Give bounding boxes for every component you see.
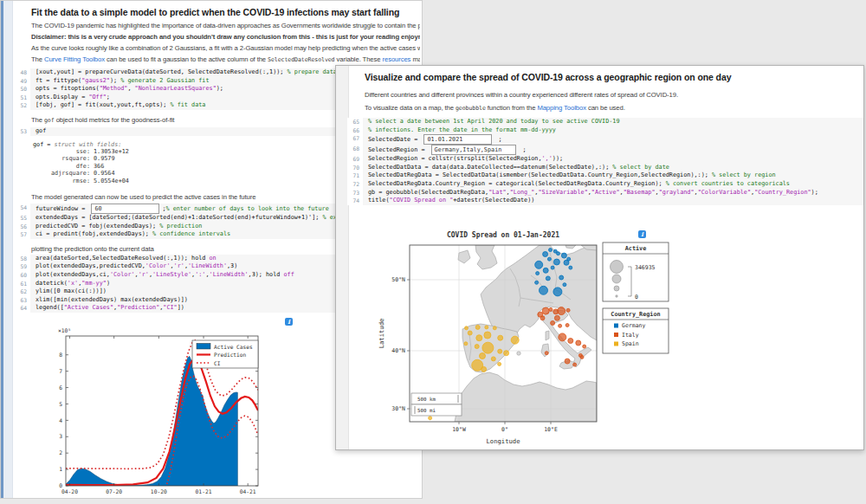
live-script-window-geobubble: Visualize and compare the spread of COVI… [335,65,864,450]
text-segment: The model generated can now be used to p… [31,193,255,201]
line-number: 70 [347,164,363,172]
size-legend-max: 346935 [635,264,656,271]
inline-edit-field[interactable]: 60 [91,204,159,214]
data-bubble [565,324,569,327]
text-segment: "Off" [88,94,106,100]
code-line[interactable]: gb = geobubble(SelectedDatRegData,"Lat",… [363,189,863,197]
code-line[interactable]: SelectedRegion = Germany,Italy,Spain ; [363,145,863,155]
code-line[interactable]: title("COVID Spread on "+datestr(Selecte… [363,197,863,205]
data-bubble [563,283,566,287]
text-segment: % select a date between 1st April 2020 a… [368,118,620,125]
line-number: 48 [15,68,30,77]
scalebar-mi-label: 500 mi [417,408,436,413]
text-segment: 'r' [139,271,149,278]
text-segment: ,3) [227,262,237,269]
text-segment: opts.Display = [36,94,88,100]
text-segment: object hold metrics for the goodness-of-… [55,116,175,124]
data-bubble [545,352,548,355]
inline-edit-field[interactable]: Germany,Italy,Spain [431,145,517,155]
y-axis-label: Latitude [378,319,385,349]
geobubble-map-output[interactable]: 10°W0°10°E30°N40°N50°NCOVID Spread on 01… [349,223,678,450]
text-segment: Disclaimer: this is a very crude approac… [31,33,420,41]
line-number: 58 [15,255,30,263]
color-legend-title: Country_Region [611,311,660,318]
code-line[interactable]: SelectedDate = 01.01.2021 ; [363,134,863,145]
code-line[interactable]: SelectedDatRegData = SelectedDatData(ism… [363,171,863,180]
lon-tick-label: 10°W [452,426,466,433]
text-segment: ft = fittype( [36,77,81,84]
legend-label: CI [214,360,221,366]
data-bubble [540,316,545,320]
text-segment: can be used. [586,104,625,112]
hyperlink[interactable]: Mapping Toolbox [537,104,585,112]
code-line[interactable]: % select a date between 1st April 2020 a… [363,118,863,126]
code-row: 74title("COVID Spread on "+datestr(Selec… [336,197,863,205]
hyperlink[interactable]: resources [383,55,411,63]
text-segment: "NonlinearLeastSquares" [135,85,216,92]
text-segment: "ColorVariable" [698,189,751,196]
line-number: 52 [15,101,30,110]
data-bubble [468,331,472,335]
code-line[interactable]: SelectedDatData = data(data.DateCollecte… [363,164,863,172]
text-segment: % convert countries to categoricals [666,180,790,187]
data-bubble [549,249,553,252]
code-row: 65% select a date between 1st April 2020… [336,118,863,126]
lat-tick-label: 40°N [391,347,405,354]
data-bubble [583,345,586,348]
text-segment: 'LineWidth' [210,271,249,278]
prediction-plot-output[interactable]: 04-2007-2010-2001-2104-21012345678×10⁵Ac… [27,326,304,499]
line-number: 67 [347,134,363,145]
data-bubble [504,351,509,356]
line-number: 62 [15,288,30,296]
data-bubble [485,326,488,329]
line-number: 50 [15,85,30,94]
text-segment: ',' [542,155,553,162]
text-segment: ci = predint(fobj,extendedDays); [36,230,152,237]
code-line[interactable]: % infections. Enter the date in the form… [363,126,863,135]
code-line[interactable]: SelectedRegion = cellstr(strsplit(Select… [363,155,863,164]
text-segment: ylim([0 max(ci(:))]) [36,288,107,294]
code-line[interactable]: SelectedDatRegData.Country_Region = cate… [363,180,863,189]
text-segment: 'x' [68,280,78,287]
text-segment: 'LineStyle' [152,271,191,278]
lat-tick-label: 30°N [391,405,405,412]
text-segment: "Lat" [488,189,506,196]
data-bubble [569,266,572,269]
data-bubble [553,288,562,296]
color-legend-swatch [614,324,618,328]
text-segment: The [31,116,44,124]
output-info-icon[interactable]: i [285,318,293,326]
text-segment: geobubble [456,105,486,112]
text-segment: "CI" [163,304,177,311]
data-bubble [559,333,566,341]
data-bubble [559,324,562,327]
line-number: 68 [347,145,363,155]
text-segment: futureWindow = [36,205,88,212]
line-number: 73 [347,189,363,197]
text-segment: % confidence intervals [152,230,230,237]
data-bubble [558,307,565,315]
data-bubble [511,336,519,344]
data-bubble [561,253,566,258]
text-segment: % infections. Enter the date in the form… [368,126,556,133]
data-bubble [493,326,496,330]
text-segment: can be used to fit a gaussian to the act… [105,55,268,63]
x-tick-label: 01-21 [196,488,212,494]
text-segment: SelectedRegion = [368,146,429,153]
data-bubble [543,268,548,273]
legend-label: Active Cases [214,344,253,350]
code-row: 69SelectedRegion = cellstr(strsplit(Sele… [336,155,863,164]
line-number: 54 [15,204,30,214]
text-segment: plotting the prediction onto the current… [31,245,154,253]
text-segment: gb = geobubble(SelectedDatRegData, [368,189,488,196]
data-bubble [551,266,554,269]
disclaimer-paragraph: Disclaimer: this is a very crude approac… [31,33,420,41]
text-segment: 'LineWidth' [188,262,227,269]
data-bubble [429,417,432,420]
text-segment: % enter number of days to look into the … [165,205,328,212]
line-number: 74 [347,197,363,205]
hyperlink[interactable]: Curve Fitting Toolbox [44,55,105,63]
text-segment: "mm-yy" [81,280,107,287]
inline-edit-field[interactable]: 01.01.2021 [423,134,492,145]
data-bubble [464,342,468,346]
